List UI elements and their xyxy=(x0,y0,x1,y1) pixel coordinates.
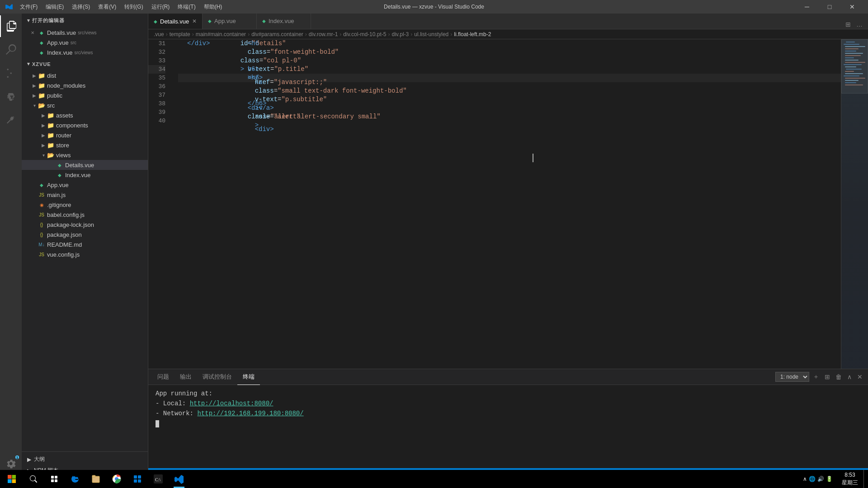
open-file-app[interactable]: ◆ App.vue src xyxy=(22,38,148,47)
breadcrumb-params[interactable]: div#params.container xyxy=(251,31,303,38)
code-editor[interactable]: 31 32 33 34 35 36 37 38 39 40 </div> xyxy=(148,39,841,369)
breadcrumb-template[interactable]: template xyxy=(170,31,190,38)
folder-views[interactable]: ▾ 📂 views xyxy=(22,150,148,160)
explorer-icon[interactable] xyxy=(0,15,22,37)
open-editors-header[interactable]: ▾ 打开的编辑器 xyxy=(22,14,148,28)
tab-index[interactable]: ◆ Index.vue xyxy=(257,14,311,29)
taskbar-cmd[interactable]: C:\ xyxy=(148,470,168,488)
main-layout: 1 ▾ 打开的编辑器 ✕ ◆ Details.vue src/views ◆ A… xyxy=(0,14,868,478)
extensions-icon[interactable] xyxy=(0,109,22,131)
minimap-bg xyxy=(841,39,868,369)
file-babel[interactable]: ▶ JS babel.config.js xyxy=(22,210,148,220)
arrow-icon: ▶ xyxy=(31,73,38,78)
search-activity-icon[interactable] xyxy=(0,39,22,61)
tab-debug-console[interactable]: 调试控制台 xyxy=(197,369,237,385)
taskbar-vscode[interactable] xyxy=(169,470,189,488)
file-gitignore[interactable]: ▶ ◉ .gitignore xyxy=(22,200,148,210)
title-bar-left: 文件(F) 编辑(E) 选择(S) 查看(V) 转到(G) 运行(R) 终端(T… xyxy=(5,2,226,12)
menu-edit[interactable]: 编辑(E) xyxy=(42,2,67,12)
folder-dist[interactable]: ▶ 📁 dist xyxy=(22,70,148,80)
file-package[interactable]: ▶ {} package.json xyxy=(22,230,148,239)
delete-terminal-icon[interactable]: 🗑 xyxy=(834,372,844,381)
menu-help[interactable]: 帮助(H) xyxy=(200,2,226,12)
system-clock[interactable]: 8:53 星期三 xyxy=(836,471,863,487)
show-desktop-button[interactable] xyxy=(863,470,866,488)
debug-icon[interactable] xyxy=(0,86,22,108)
open-file-details[interactable]: ✕ ◆ Details.vue src/views xyxy=(22,28,148,38)
tab-terminal[interactable]: 终端 xyxy=(237,369,260,385)
split-terminal-icon[interactable]: ⊞ xyxy=(823,372,832,381)
folder-assets[interactable]: ▶ 📁 assets xyxy=(22,110,148,120)
menu-goto[interactable]: 转到(G) xyxy=(121,2,146,12)
start-button[interactable] xyxy=(2,470,22,488)
tab-details[interactable]: ◆ Details.vue ✕ xyxy=(148,14,203,29)
title-bar-menu[interactable]: 文件(F) 编辑(E) 选择(S) 查看(V) 转到(G) 运行(R) 终端(T… xyxy=(16,2,226,12)
menu-select[interactable]: 选择(S) xyxy=(68,2,94,12)
breadcrumb: .vue › template › main#main.container › … xyxy=(148,29,868,39)
folder-store[interactable]: ▶ 📁 store xyxy=(22,140,148,150)
close-icon: ✕ xyxy=(29,30,36,35)
split-editor-icon[interactable]: ⊞ xyxy=(844,20,853,29)
breadcrumb-col[interactable]: div.col-md-10.pt-5 xyxy=(343,31,386,38)
network-icon[interactable]: 🌐 xyxy=(809,476,816,482)
more-actions-icon[interactable]: … xyxy=(854,20,864,29)
breadcrumb-main[interactable]: main#main.container xyxy=(196,31,246,38)
menu-file[interactable]: 文件(F) xyxy=(16,2,41,12)
folder-src[interactable]: ▾ 📂 src xyxy=(22,100,148,110)
breadcrumb-li[interactable]: li.float-left.mb-2 xyxy=(454,31,491,38)
maximize-panel-icon[interactable]: ∧ xyxy=(845,372,854,381)
breadcrumb-file[interactable]: .vue xyxy=(154,31,164,38)
show-hidden-icon[interactable]: ∧ xyxy=(803,476,807,482)
taskbar-edge[interactable] xyxy=(65,470,85,488)
breadcrumb-row[interactable]: div.row.mr-1 xyxy=(309,31,338,38)
file-main-js[interactable]: ▶ JS main.js xyxy=(22,190,148,200)
battery-icon[interactable]: 🔋 xyxy=(826,476,833,482)
minimize-button[interactable]: ─ xyxy=(797,0,817,14)
source-control-icon[interactable] xyxy=(0,62,22,84)
file-details-vue[interactable]: ▶ ◆ Details.vue xyxy=(22,160,148,170)
add-terminal-icon[interactable]: ＋ xyxy=(811,372,821,382)
terminal-local-link[interactable]: http://localhost:8080/ xyxy=(190,400,274,407)
terminal-content[interactable]: App running at: - Local: http://localhos… xyxy=(148,385,868,468)
file-vue-config[interactable]: ▶ JS vue.config.js xyxy=(22,249,148,259)
system-tray: ∧ 🌐 🔊 🔋 xyxy=(799,476,836,482)
folder-public[interactable]: ▶ 📁 public xyxy=(22,90,148,100)
code-content[interactable]: </div> <div id="details" class="col pl-0… xyxy=(171,39,841,369)
taskbar-search[interactable] xyxy=(24,470,43,488)
git-icon: ◉ xyxy=(38,202,45,207)
file-index-vue[interactable]: ▶ ◆ Index.vue xyxy=(22,170,148,180)
tab-problems[interactable]: 问题 xyxy=(152,369,175,385)
tab-close-details[interactable]: ✕ xyxy=(192,18,197,24)
terminal-network-link[interactable]: http://192.168.199.180:8080/ xyxy=(197,410,303,417)
taskbar-explorer[interactable] xyxy=(86,470,106,488)
breadcrumb-pl3[interactable]: div.pl-3 xyxy=(392,31,409,38)
tab-output[interactable]: 输出 xyxy=(175,369,197,385)
terminal-tabs: 问题 输出 调试控制台 终端 1: node ＋ ⊞ 🗑 ∧ ✕ xyxy=(148,369,868,385)
maximize-button[interactable]: □ xyxy=(819,0,840,14)
menu-terminal[interactable]: 终端(T) xyxy=(174,2,199,12)
taskbar-icons: C:\ xyxy=(24,470,189,488)
breadcrumb-ul[interactable]: ul.list-unstyled xyxy=(414,31,448,38)
cmd-icon: C:\ xyxy=(154,474,163,483)
folder-components[interactable]: ▶ 📁 components xyxy=(22,120,148,130)
file-package-lock[interactable]: ▶ {} package-lock.json xyxy=(22,220,148,230)
file-readme[interactable]: ▶ M↓ README.md xyxy=(22,239,148,249)
clock-time: 8:53 xyxy=(842,471,858,479)
menu-run[interactable]: 运行(R) xyxy=(148,2,174,12)
menu-view[interactable]: 查看(V) xyxy=(94,2,120,12)
folder-icon: 📁 xyxy=(47,122,54,129)
shell-selector[interactable]: 1: node xyxy=(775,372,809,382)
folder-node-modules[interactable]: ▶ 📁 node_modules xyxy=(22,80,148,90)
outline-item[interactable]: ▶ 大纲 xyxy=(22,454,148,465)
taskbar-chrome[interactable] xyxy=(107,470,127,488)
taskbar-task-view[interactable] xyxy=(44,470,64,488)
project-header[interactable]: ▾ XZVUE xyxy=(22,57,148,70)
file-app-vue[interactable]: ▶ ◆ App.vue xyxy=(22,180,148,190)
tab-app[interactable]: ◆ App.vue xyxy=(203,14,257,29)
volume-icon[interactable]: 🔊 xyxy=(817,476,824,482)
close-panel-icon[interactable]: ✕ xyxy=(855,372,864,381)
open-file-index[interactable]: ◆ Index.vue src/views xyxy=(22,47,148,57)
folder-router[interactable]: ▶ 📁 router xyxy=(22,130,148,140)
close-button[interactable]: ✕ xyxy=(842,0,863,14)
taskbar-control-panel[interactable] xyxy=(127,470,147,488)
